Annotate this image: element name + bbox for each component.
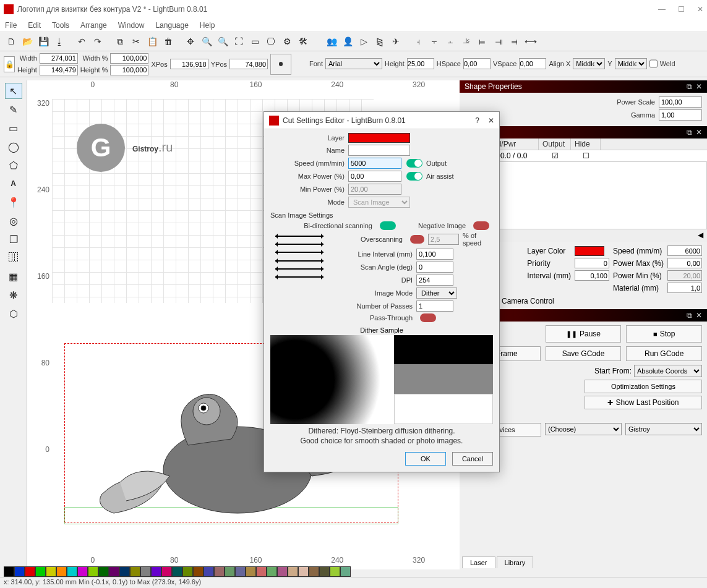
- align-bottom-icon[interactable]: ⫣: [491, 34, 506, 49]
- distribute-icon[interactable]: ⫤: [507, 34, 522, 49]
- menu-arrange[interactable]: Arrange: [80, 21, 107, 30]
- dlg-dpi-input[interactable]: [416, 275, 453, 286]
- heightp-input[interactable]: [110, 65, 148, 75]
- align-right-icon[interactable]: ⫠: [443, 34, 458, 49]
- profile-select[interactable]: Gistroy: [625, 423, 702, 435]
- preview-icon[interactable]: 🖵: [264, 34, 278, 49]
- pen-tool-icon[interactable]: ✎: [5, 101, 22, 117]
- palette-swatch[interactable]: [109, 566, 119, 577]
- save-gcode-button[interactable]: Save GCode: [546, 346, 622, 361]
- polygon-tool-icon[interactable]: ⬠: [5, 157, 22, 173]
- hspace-input[interactable]: [463, 58, 491, 69]
- ellipse-tool-icon[interactable]: ◯: [5, 138, 22, 155]
- palette-swatch[interactable]: [277, 566, 288, 577]
- palette-swatch[interactable]: [256, 566, 267, 577]
- align-top-icon[interactable]: ⫡: [459, 34, 474, 49]
- optimization-button[interactable]: Optimization Settings: [585, 380, 702, 393]
- redo-icon[interactable]: ↷: [90, 34, 105, 49]
- vspace-input[interactable]: [519, 58, 546, 69]
- menu-tools[interactable]: Tools: [52, 21, 69, 30]
- tab-library[interactable]: Library: [497, 556, 534, 568]
- palette-swatch[interactable]: [225, 566, 235, 577]
- dlg-passthrough-toggle[interactable]: [420, 313, 436, 322]
- send-icon[interactable]: ✈: [388, 34, 403, 49]
- devicesettings-icon[interactable]: 🛠: [296, 34, 311, 49]
- palette-swatch[interactable]: [14, 566, 25, 577]
- palette-swatch[interactable]: [309, 566, 319, 577]
- palette-swatch[interactable]: [298, 566, 309, 577]
- dialog-cancel-button[interactable]: Cancel: [452, 452, 493, 466]
- undo-icon[interactable]: ↶: [74, 34, 89, 49]
- camera-tab[interactable]: Camera Control: [502, 297, 554, 305]
- menu-file[interactable]: File: [5, 21, 17, 30]
- panel-float-icon[interactable]: ⧉: [687, 128, 692, 137]
- zoom-fit-icon[interactable]: ⛶: [231, 34, 246, 49]
- palette-swatch[interactable]: [267, 566, 277, 577]
- grid-tool-icon[interactable]: ▦: [5, 268, 22, 284]
- minimize-icon[interactable]: —: [658, 5, 666, 14]
- dialog-help-icon[interactable]: ?: [475, 116, 479, 125]
- palette-swatch[interactable]: [119, 566, 130, 577]
- palette-swatch[interactable]: [35, 566, 46, 577]
- ypos-input[interactable]: [229, 59, 268, 69]
- gamma-input[interactable]: [659, 109, 702, 121]
- palette-swatch[interactable]: [46, 566, 56, 577]
- xpos-input[interactable]: [170, 59, 208, 69]
- marker-tool-icon[interactable]: 📍: [5, 194, 22, 210]
- dialog-ok-button[interactable]: OK: [405, 452, 446, 466]
- show-last-button[interactable]: ✚ Show Last Position: [585, 396, 702, 409]
- priority-input[interactable]: [575, 258, 609, 268]
- palette-swatch[interactable]: [67, 566, 77, 577]
- import-icon[interactable]: ⭳: [52, 34, 67, 49]
- pmax-input[interactable]: [667, 258, 702, 268]
- palette-swatch[interactable]: [140, 566, 151, 577]
- palette-swatch[interactable]: [25, 566, 35, 577]
- palette-swatch[interactable]: [172, 566, 182, 577]
- pan-icon[interactable]: ✥: [183, 34, 198, 49]
- delete-icon[interactable]: 🗑: [161, 34, 176, 49]
- text-tool-icon[interactable]: A: [5, 176, 22, 192]
- speed-input[interactable]: [667, 245, 702, 256]
- panel-float-icon[interactable]: ⧉: [687, 82, 692, 91]
- new-icon[interactable]: 🗋: [4, 34, 19, 49]
- spacing-icon[interactable]: ⟷: [523, 34, 538, 49]
- dialog-close-icon[interactable]: ✕: [488, 116, 494, 125]
- zoom-in-icon[interactable]: 🔍: [199, 34, 214, 49]
- palette-swatch[interactable]: [214, 566, 225, 577]
- align-mid-icon[interactable]: ⫢: [475, 34, 490, 49]
- align-center-icon[interactable]: ⫟: [427, 34, 442, 49]
- dlg-name-input[interactable]: [348, 145, 410, 156]
- power-scale-input[interactable]: [659, 96, 702, 108]
- material-input[interactable]: [667, 283, 702, 293]
- palette-swatch[interactable]: [340, 566, 351, 577]
- offset-tool-icon[interactable]: ❐: [5, 231, 22, 247]
- fheight-input[interactable]: [407, 58, 434, 69]
- dlg-output-toggle[interactable]: [406, 159, 422, 168]
- palette-swatch[interactable]: [288, 566, 298, 577]
- panel-close-icon[interactable]: ✕: [696, 82, 702, 91]
- dlg-bidir-toggle[interactable]: [380, 221, 396, 230]
- palette-swatch[interactable]: [330, 566, 340, 577]
- radial-tool-icon[interactable]: ❋: [5, 287, 22, 303]
- palette-swatch[interactable]: [193, 566, 204, 577]
- palette-swatch[interactable]: [204, 566, 214, 577]
- dlg-speed-input[interactable]: [348, 158, 401, 169]
- select-tool-icon[interactable]: ↖: [5, 83, 22, 99]
- palette-swatch[interactable]: [161, 566, 172, 577]
- width-input[interactable]: [40, 53, 78, 64]
- pause-button[interactable]: ❚❚ Pause: [546, 325, 622, 343]
- cut-icon[interactable]: ✂: [129, 34, 144, 49]
- origin-grid[interactable]: [270, 54, 291, 75]
- widthp-input[interactable]: [110, 53, 148, 64]
- close-icon[interactable]: ✕: [697, 5, 703, 14]
- flip-h-icon[interactable]: ▷: [356, 34, 371, 49]
- copy-icon[interactable]: ⧉: [113, 34, 127, 49]
- dlg-imgmode-select[interactable]: Dither: [416, 288, 457, 299]
- dlg-passes-input[interactable]: [416, 300, 453, 312]
- palette-swatch[interactable]: [98, 566, 109, 577]
- layer-color-swatch[interactable]: [575, 246, 604, 256]
- device-select[interactable]: (Choose): [545, 423, 622, 435]
- menu-language[interactable]: Language: [155, 21, 188, 30]
- menu-edit[interactable]: Edit: [28, 21, 41, 30]
- dlg-lineint-input[interactable]: [416, 249, 453, 260]
